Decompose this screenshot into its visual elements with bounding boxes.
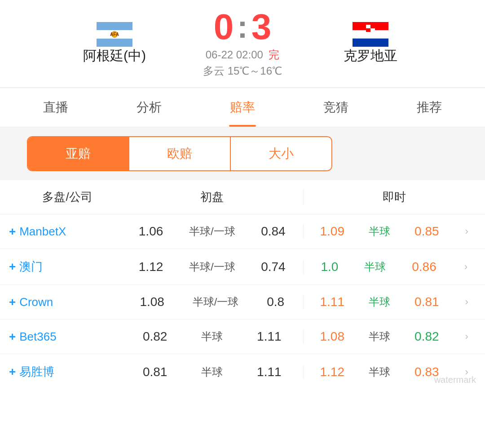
expand-icon[interactable]: + bbox=[9, 365, 16, 379]
init-handicap-manbetx: 半球/一球 bbox=[189, 224, 235, 239]
row-arrow-manbetx[interactable]: › bbox=[465, 226, 468, 237]
company-name: ManbetX bbox=[19, 225, 66, 239]
rt-away-bet365: 0.82 bbox=[414, 329, 439, 344]
init-away-macau: 0.74 bbox=[261, 260, 286, 274]
sub-tab-overunder[interactable]: 大小 bbox=[231, 137, 331, 170]
company-name: Bet365 bbox=[19, 330, 56, 344]
rt-home-crown: 1.11 bbox=[320, 295, 345, 309]
rt-away-yishengbo: 0.83 bbox=[414, 365, 439, 379]
rt-handicap-macau: 半球 bbox=[364, 260, 386, 274]
realtime-cell-macau: 1.0 半球 0.86 › bbox=[304, 260, 485, 274]
expand-icon[interactable]: + bbox=[9, 260, 16, 274]
company-yishengbo[interactable]: + 易胜博 bbox=[0, 364, 121, 380]
sub-tab-container: 亚赔 欧赔 大小 bbox=[0, 127, 485, 180]
initial-cell-crown: 1.08 半球/一球 0.8 bbox=[121, 295, 304, 309]
rt-home-manbetx: 1.09 bbox=[320, 224, 345, 239]
realtime-cell-yishengbo: 1.12 半球 0.83 › bbox=[304, 365, 485, 379]
svg-text:AFA: AFA bbox=[110, 32, 119, 37]
init-away-manbetx: 0.84 bbox=[261, 224, 286, 239]
company-macau[interactable]: + 澳门 bbox=[0, 259, 121, 275]
initial-cell-manbetx: 1.06 半球/一球 0.84 bbox=[121, 224, 304, 239]
table-header: 多盘/公司 初盘 即时 bbox=[0, 180, 485, 214]
init-away-yishengbo: 1.11 bbox=[257, 365, 282, 379]
init-handicap-yishengbo: 半球 bbox=[201, 365, 223, 379]
table-row: + Crown 1.08 半球/一球 0.8 1.11 半球 0.81 › bbox=[0, 285, 485, 319]
tab-guess[interactable]: 竞猜 bbox=[314, 88, 357, 127]
tab-nav: 直播 分析 赔率 竞猜 推荐 bbox=[0, 88, 485, 127]
score-colon: : bbox=[237, 11, 247, 43]
row-arrow-crown[interactable]: › bbox=[465, 296, 468, 308]
row-arrow-macau[interactable]: › bbox=[464, 261, 467, 273]
sub-tab-european[interactable]: 欧赔 bbox=[129, 137, 231, 170]
match-weather: 多云 15℃～16℃ bbox=[203, 64, 282, 78]
tab-recommend[interactable]: 推荐 bbox=[408, 88, 451, 127]
company-bet365[interactable]: + Bet365 bbox=[0, 330, 121, 344]
table-row: + 澳门 1.12 半球/一球 0.74 1.0 半球 0.86 › bbox=[0, 249, 485, 285]
score-away: 3 bbox=[251, 9, 272, 45]
match-status: 完 bbox=[269, 49, 279, 61]
initial-cell-bet365: 0.82 半球 1.11 bbox=[121, 329, 304, 344]
init-away-crown: 0.8 bbox=[267, 295, 284, 309]
away-team-name: 克罗地亚 bbox=[344, 47, 397, 65]
realtime-cell-bet365: 1.08 半球 0.82 › bbox=[304, 329, 485, 344]
init-home-manbetx: 1.06 bbox=[139, 224, 163, 239]
init-home-yishengbo: 0.81 bbox=[143, 365, 168, 379]
init-handicap-macau: 半球/一球 bbox=[189, 260, 235, 274]
init-away-bet365: 1.11 bbox=[257, 329, 282, 344]
home-team-name: 阿根廷(中) bbox=[83, 47, 146, 65]
rt-handicap-manbetx: 半球 bbox=[369, 224, 390, 239]
sub-tab-wrapper: 亚赔 欧赔 大小 bbox=[27, 136, 332, 171]
match-header: AFA 阿根廷(中) 0 : 3 06-22 02:00 完 多云 15℃～16… bbox=[0, 0, 485, 83]
company-name: 澳门 bbox=[19, 259, 43, 275]
company-manbetx[interactable]: + ManbetX bbox=[0, 225, 121, 239]
company-crown[interactable]: + Crown bbox=[0, 295, 121, 309]
col-realtime-header: 即时 bbox=[304, 189, 485, 205]
sub-tab-asian[interactable]: 亚赔 bbox=[28, 137, 129, 170]
home-team-flag: AFA bbox=[97, 22, 132, 47]
realtime-cell-manbetx: 1.09 半球 0.85 › bbox=[304, 224, 485, 239]
away-team: 克罗地亚 bbox=[310, 22, 431, 65]
init-home-crown: 1.08 bbox=[140, 295, 164, 309]
rt-handicap-crown: 半球 bbox=[369, 295, 390, 309]
expand-icon[interactable]: + bbox=[9, 295, 16, 309]
score-display: 0 : 3 bbox=[214, 9, 271, 45]
svg-rect-6 bbox=[353, 39, 388, 47]
company-name: Crown bbox=[19, 295, 53, 309]
svg-rect-11 bbox=[370, 25, 375, 28]
tab-odds[interactable]: 赔率 bbox=[221, 88, 264, 127]
rt-home-bet365: 1.08 bbox=[320, 329, 345, 344]
init-home-macau: 1.12 bbox=[139, 260, 163, 274]
expand-icon[interactable]: + bbox=[9, 330, 16, 344]
init-handicap-bet365: 半球 bbox=[201, 329, 223, 344]
tab-live[interactable]: 直播 bbox=[34, 88, 77, 127]
match-info: 06-22 02:00 完 bbox=[206, 48, 280, 62]
odds-table: + ManbetX 1.06 半球/一球 0.84 1.09 半球 0.85 ›… bbox=[0, 214, 485, 390]
rt-handicap-yishengbo: 半球 bbox=[369, 365, 390, 379]
svg-rect-8 bbox=[366, 25, 370, 28]
svg-rect-10 bbox=[366, 28, 370, 32]
home-team: AFA 阿根廷(中) bbox=[54, 22, 175, 65]
expand-icon[interactable]: + bbox=[9, 225, 16, 239]
init-handicap-crown: 半球/一球 bbox=[193, 295, 239, 309]
match-datetime: 06-22 02:00 bbox=[206, 49, 263, 61]
table-row: + ManbetX 1.06 半球/一球 0.84 1.09 半球 0.85 › bbox=[0, 214, 485, 249]
rt-home-yishengbo: 1.12 bbox=[320, 365, 345, 379]
col-initial-header: 初盘 bbox=[121, 189, 304, 205]
row-arrow-yishengbo[interactable]: › bbox=[465, 366, 468, 378]
rt-home-macau: 1.0 bbox=[321, 260, 338, 274]
score-center: 0 : 3 06-22 02:00 完 多云 15℃～16℃ bbox=[175, 9, 310, 78]
row-arrow-bet365[interactable]: › bbox=[465, 331, 468, 342]
company-name: 易胜博 bbox=[19, 364, 54, 380]
rt-handicap-bet365: 半球 bbox=[369, 329, 390, 344]
away-team-flag bbox=[353, 22, 388, 47]
rt-away-crown: 0.81 bbox=[414, 295, 439, 309]
col-company-header: 多盘/公司 bbox=[0, 189, 121, 205]
table-row: + 易胜博 0.81 半球 1.11 1.12 半球 0.83 › waterm… bbox=[0, 354, 485, 390]
table-row: + Bet365 0.82 半球 1.11 1.08 半球 0.82 › bbox=[0, 319, 485, 354]
score-home: 0 bbox=[214, 9, 234, 45]
init-home-bet365: 0.82 bbox=[143, 329, 168, 344]
initial-cell-macau: 1.12 半球/一球 0.74 bbox=[121, 260, 304, 274]
realtime-cell-crown: 1.11 半球 0.81 › bbox=[304, 295, 485, 309]
svg-rect-9 bbox=[370, 28, 375, 32]
tab-analysis[interactable]: 分析 bbox=[128, 88, 171, 127]
